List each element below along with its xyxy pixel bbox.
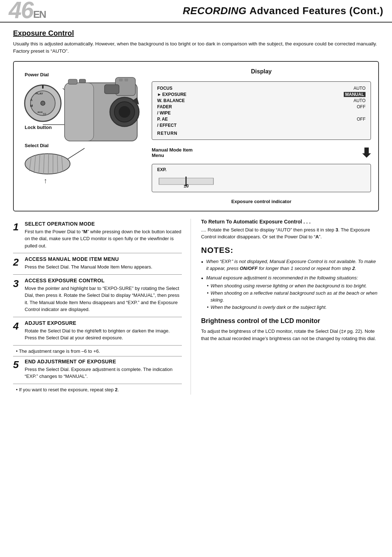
camera-body-svg bbox=[61, 76, 148, 159]
steps-right: To Return To Automatic Exposure Control … bbox=[191, 219, 379, 395]
step-3-body: Move the pointer and highlight bar to “E… bbox=[25, 285, 182, 313]
down-arrow-icon bbox=[362, 148, 371, 158]
svg-text:A: A bbox=[30, 98, 33, 102]
page-title: RECORDING Advanced Features (Cont.) bbox=[49, 0, 392, 22]
note-2: Manual exposure adjustment is recommende… bbox=[201, 274, 379, 311]
menu-row-fader: FADER OFF bbox=[157, 104, 366, 110]
diagram-left: Power Dial PLAY A M ●●● SS bbox=[21, 68, 144, 185]
step-2: 2 ACCESS MANUAL MODE ITEM MENU Press the… bbox=[13, 254, 182, 275]
menu-row-wipe: / WIPE bbox=[157, 110, 366, 116]
svg-text:PLAY: PLAY bbox=[36, 92, 43, 95]
return-body: .... Rotate the Select Dial to display “… bbox=[201, 226, 379, 241]
note-2-sub-3: When the background is overly dark or th… bbox=[206, 304, 379, 311]
step-4-body: Rotate the Select Dial to the right/left… bbox=[25, 327, 182, 342]
svg-rect-28 bbox=[105, 85, 119, 94]
power-dial-svg: PLAY A M ●●● SS bbox=[23, 82, 63, 124]
svg-point-27 bbox=[119, 106, 130, 118]
step-3: 3 ACCESS EXPOSURE CONTROL Move the point… bbox=[13, 275, 182, 317]
svg-point-7 bbox=[41, 101, 45, 105]
label-select-dial: Select Dial bbox=[25, 143, 49, 148]
exp-box: EXP. ±0 bbox=[152, 164, 371, 192]
diagram-box: Power Dial PLAY A M ●●● SS bbox=[13, 61, 379, 211]
step-2-title: ACCESS MANUAL MODE ITEM MENU bbox=[25, 256, 182, 262]
brightness-heading: Brightness control of the LCD monitor bbox=[201, 317, 379, 325]
menu-row-effect: / EFFECT bbox=[157, 122, 366, 129]
step-3-title: ACCESS EXPOSURE CONTROL bbox=[25, 278, 182, 283]
menu-return: RETURN bbox=[157, 131, 366, 136]
step-1: 1 SELECT OPERATION MODE First turn the P… bbox=[13, 219, 182, 254]
menu-row-pae: P. AE OFF bbox=[157, 116, 366, 122]
svg-marker-34 bbox=[362, 148, 371, 158]
svg-rect-8 bbox=[42, 85, 44, 89]
svg-rect-32 bbox=[124, 78, 128, 81]
exp-scale: ±0 bbox=[157, 174, 366, 189]
step-4: 4 ADJUST EXPOSURE Rotate the Select Dial… bbox=[13, 318, 182, 346]
step-4-title: ADJUST EXPOSURE bbox=[25, 320, 182, 326]
display-menu: FOCUS AUTO ►EXPOSURE MANUAL W. BALANCE A… bbox=[152, 81, 371, 140]
exp-title: EXP. bbox=[157, 167, 366, 172]
menu-row-focus: FOCUS AUTO bbox=[157, 85, 366, 92]
exp-scale-svg: ±0 bbox=[157, 174, 215, 189]
camera-area: Power Dial PLAY A M ●●● SS bbox=[21, 68, 144, 185]
svg-text:SS: SS bbox=[43, 113, 46, 115]
page-header: 46EN RECORDING Advanced Features (Cont.) bbox=[0, 0, 392, 23]
step-5: 5 END ADJUSTRMENT OF EXPOSURE Press the … bbox=[13, 356, 182, 384]
main-content: Exposure Control Usually this is adjuste… bbox=[0, 23, 392, 401]
step-5-body: Press the Select Dial. Exposure adjustme… bbox=[25, 366, 182, 380]
page-number: 46EN bbox=[0, 0, 49, 22]
svg-line-20 bbox=[57, 155, 58, 173]
section-heading-exposure: Exposure Control bbox=[13, 29, 379, 37]
note-1: When “EXP.” is not displayed, Manual Exp… bbox=[201, 258, 379, 272]
note-2-subitems: When shooting using reverse lighting or … bbox=[206, 282, 379, 311]
step-1-title: SELECT OPERATION MODE bbox=[25, 221, 182, 227]
intro-text: Usually this is adjusted automatically. … bbox=[13, 40, 379, 55]
steps-section: 1 SELECT OPERATION MODE First turn the P… bbox=[13, 219, 379, 395]
exposure-indicator-label: Exposure control indicator bbox=[152, 199, 371, 204]
manual-mode-label: Manual Mode Item Menu bbox=[152, 147, 371, 158]
svg-rect-31 bbox=[119, 78, 123, 81]
menu-row-exposure: ►EXPOSURE MANUAL bbox=[157, 92, 366, 98]
notes-heading: NOTES: bbox=[201, 246, 379, 255]
brightness-body: To adjust the brightness of the LCD moni… bbox=[201, 328, 379, 342]
step-5-bullet: • If you want to reset the exposure, rep… bbox=[13, 385, 182, 395]
label-power-dial: Power Dial bbox=[25, 72, 49, 77]
svg-rect-29 bbox=[68, 79, 77, 84]
svg-text:M: M bbox=[30, 104, 33, 108]
svg-text:●●●: ●●● bbox=[37, 110, 43, 114]
svg-text:±0: ±0 bbox=[184, 183, 189, 189]
svg-rect-30 bbox=[79, 79, 86, 83]
notes-section: NOTES: When “EXP.” is not displayed, Man… bbox=[201, 246, 379, 311]
step-2-body: Press the Select Dial. The Manual Mode I… bbox=[25, 263, 182, 271]
diagram-right: Display FOCUS AUTO ►EXPOSURE MANUAL W. B… bbox=[152, 68, 371, 204]
steps-left: 1 SELECT OPERATION MODE First turn the P… bbox=[13, 219, 191, 395]
svg-line-18 bbox=[48, 154, 49, 174]
step-5-title: END ADJUSTRMENT OF EXPOSURE bbox=[25, 359, 182, 364]
step-4-bullet: • The adjustment range is from –6 to +6. bbox=[13, 346, 182, 356]
return-section: To Return To Automatic Exposure Control … bbox=[201, 219, 379, 241]
select-dial-arrow: ↑ bbox=[44, 177, 47, 185]
notes-list: When “EXP.” is not displayed, Manual Exp… bbox=[201, 258, 379, 311]
note-2-sub-1: When shooting using reverse lighting or … bbox=[206, 282, 379, 290]
brightness-section: Brightness control of the LCD monitor To… bbox=[201, 317, 379, 342]
note-2-sub-2: When shooting on a reflective natural ba… bbox=[206, 290, 379, 304]
svg-rect-24 bbox=[65, 83, 94, 141]
step-1-body: First turn the Power Dial to “M” while p… bbox=[25, 228, 182, 250]
return-heading: To Return To Automatic Exposure Control … bbox=[201, 219, 379, 225]
menu-row-wbalance: W. BALANCE AUTO bbox=[157, 98, 366, 104]
display-label: Display bbox=[152, 68, 371, 75]
label-lock-button: Lock button bbox=[25, 125, 52, 130]
